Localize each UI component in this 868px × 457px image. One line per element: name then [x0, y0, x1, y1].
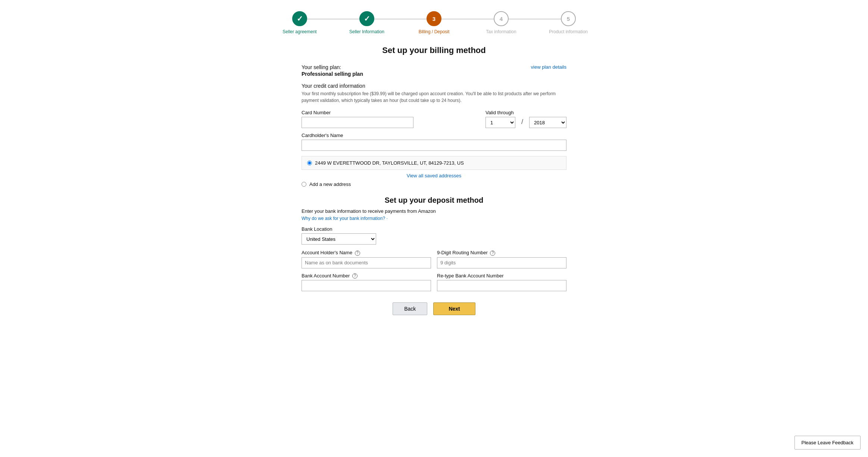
month-select[interactable]: 1 2 3 4 5 6 7 8 9 10 11 12: [485, 117, 515, 128]
step-product-information: 5 Product information: [535, 11, 602, 34]
year-select[interactable]: 2018 2019 2020 2021 2022 2023 2024 2025: [529, 117, 566, 128]
saved-address-box: 2449 W EVERETTWOOD DR, TAYLORSVILLE, UT,…: [302, 156, 566, 170]
main-content: Set up your billing method Your selling …: [294, 42, 574, 330]
account-holder-name-label: Account Holder's Name ?: [302, 250, 431, 256]
cardholder-name-label: Cardholder's Name: [302, 133, 566, 138]
step-circle-3: 3: [427, 11, 441, 26]
add-address-radio[interactable]: [302, 182, 306, 187]
step-number-5: 5: [567, 16, 570, 22]
progress-stepper: ✓ Seller agreement ✓ Seller Information …: [0, 0, 868, 42]
bank-account-number-label: Bank Account Number ?: [302, 273, 431, 279]
checkmark-icon-1: ✓: [297, 14, 303, 23]
page-title: Set up your billing method: [302, 46, 566, 55]
routing-number-group: 9-Digit Routing Number ?: [437, 250, 566, 268]
saved-address-radio[interactable]: [307, 161, 312, 165]
bank-location-select[interactable]: United States Canada United Kingdom Othe…: [302, 233, 376, 245]
selling-plan-value: Professional selling plan: [302, 71, 363, 77]
valid-through-label: Valid through: [485, 110, 515, 115]
credit-card-description: Your first monthly subscription fee ($39…: [302, 90, 566, 104]
slash-separator: /: [521, 118, 523, 128]
add-address-label: Add a new address: [309, 181, 351, 187]
step-seller-information: ✓ Seller Information: [333, 11, 400, 34]
back-button[interactable]: Back: [393, 302, 427, 315]
step-label-1: Seller agreement: [282, 29, 316, 34]
step-tax-information: 4 Tax information: [468, 11, 535, 34]
view-saved-addresses-link[interactable]: View all saved addresses: [302, 173, 566, 178]
cardholder-name-group: Cardholder's Name: [302, 133, 566, 151]
add-address-row: Add a new address: [302, 181, 566, 187]
account-holder-name-group: Account Holder's Name ?: [302, 250, 431, 268]
card-number-group: Card Number: [302, 110, 480, 128]
card-number-input[interactable]: [302, 117, 413, 128]
why-bank-link[interactable]: Why do we ask for your bank information?…: [302, 216, 388, 221]
card-number-label: Card Number: [302, 110, 480, 115]
account-holder-info-icon[interactable]: ?: [355, 251, 360, 256]
step-seller-agreement: ✓ Seller agreement: [266, 11, 333, 34]
bank-account-info-icon[interactable]: ?: [352, 273, 357, 279]
year-group: Year 2018 2019 2020 2021 2022 2023 2024 …: [529, 110, 566, 128]
saved-address-text: 2449 W EVERETTWOOD DR, TAYLORSVILLE, UT,…: [315, 160, 464, 166]
plan-info: Your selling plan: Professional selling …: [302, 64, 363, 78]
account-holder-name-input[interactable]: [302, 257, 431, 268]
bank-account-number-group: Bank Account Number ?: [302, 273, 431, 292]
routing-number-info-icon[interactable]: ?: [490, 251, 495, 256]
retype-bank-account-label: Re-type Bank Account Number: [437, 273, 566, 279]
routing-number-input[interactable]: [437, 257, 566, 268]
retype-bank-account-input[interactable]: [437, 280, 566, 291]
next-button[interactable]: Next: [433, 302, 475, 315]
credit-card-section-title: Your credit card information: [302, 83, 566, 89]
step-label-5: Product information: [549, 29, 588, 34]
step-number-3: 3: [433, 16, 435, 22]
bank-account-number-input[interactable]: [302, 280, 431, 291]
checkmark-icon-2: ✓: [364, 14, 370, 23]
step-circle-4: 4: [494, 11, 509, 26]
step-label-2: Seller Information: [349, 29, 384, 34]
valid-through-group: Valid through 1 2 3 4 5 6 7 8 9 10 11 12: [485, 110, 515, 128]
deposit-description: Enter your bank information to receive p…: [302, 208, 566, 214]
bank-location-label: Bank Location: [302, 226, 566, 232]
deposit-section-title: Set up your deposit method: [302, 196, 566, 205]
step-circle-2: ✓: [359, 11, 374, 26]
step-billing-deposit: 3 Billing / Deposit: [400, 11, 468, 34]
card-number-row: Card Number Valid through 1 2 3 4 5 6 7 …: [302, 110, 566, 128]
step-number-4: 4: [500, 16, 503, 22]
step-circle-5: 5: [561, 11, 576, 26]
feedback-button[interactable]: Please Leave Feedback: [794, 436, 861, 450]
step-circle-1: ✓: [292, 11, 307, 26]
step-label-4: Tax information: [486, 29, 516, 34]
routing-number-label: 9-Digit Routing Number ?: [437, 250, 566, 256]
retype-bank-account-group: Re-type Bank Account Number: [437, 273, 566, 292]
bank-account-row: Bank Account Number ? Re-type Bank Accou…: [302, 273, 566, 292]
step-label-3: Billing / Deposit: [419, 29, 450, 34]
plan-row: Your selling plan: Professional selling …: [302, 64, 566, 78]
cardholder-name-input[interactable]: [302, 140, 566, 151]
button-row: Back Next: [302, 302, 566, 315]
selling-plan-label: Your selling plan:: [302, 64, 363, 70]
account-routing-row: Account Holder's Name ? 9-Digit Routing …: [302, 250, 566, 268]
view-plan-details-link[interactable]: view plan details: [531, 64, 566, 70]
